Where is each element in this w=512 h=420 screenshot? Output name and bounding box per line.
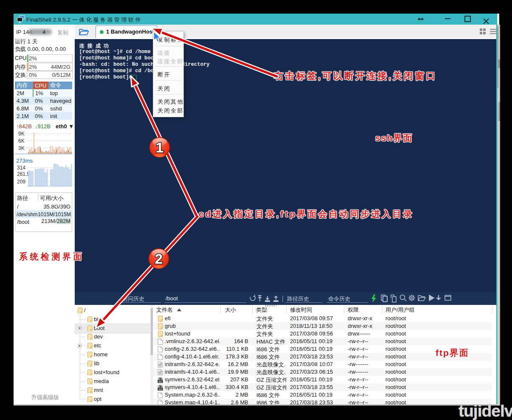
svg-text:2: 2 — [155, 251, 163, 267]
svg-text:1: 1 — [156, 140, 163, 155]
